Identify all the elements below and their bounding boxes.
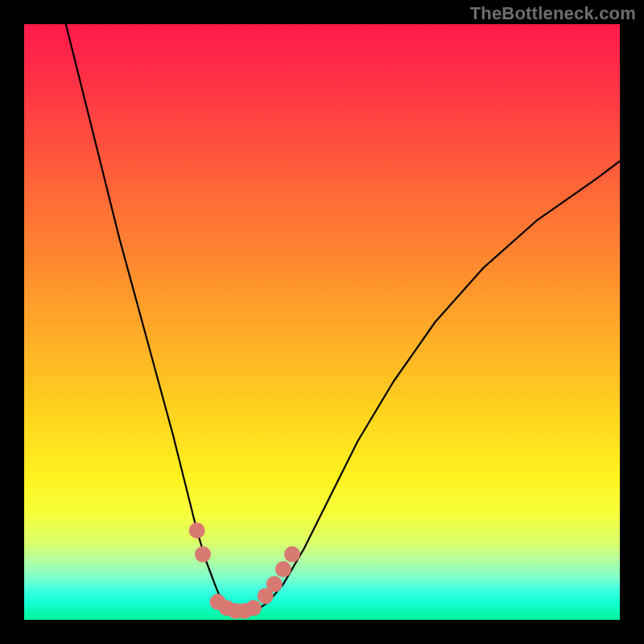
curve-layer	[66, 24, 620, 614]
highlight-point	[284, 547, 300, 563]
highlight-point	[266, 576, 283, 592]
highlight-point	[246, 600, 262, 616]
highlight-point	[195, 547, 211, 563]
chart-frame: TheBottleneck.com	[0, 0, 644, 644]
plot-area	[24, 24, 620, 620]
chart-svg	[24, 24, 620, 620]
highlight-point	[189, 522, 205, 539]
watermark-text: TheBottleneck.com	[470, 3, 636, 24]
marker-layer	[189, 522, 300, 619]
highlight-point	[275, 561, 291, 577]
series-path	[66, 24, 620, 614]
